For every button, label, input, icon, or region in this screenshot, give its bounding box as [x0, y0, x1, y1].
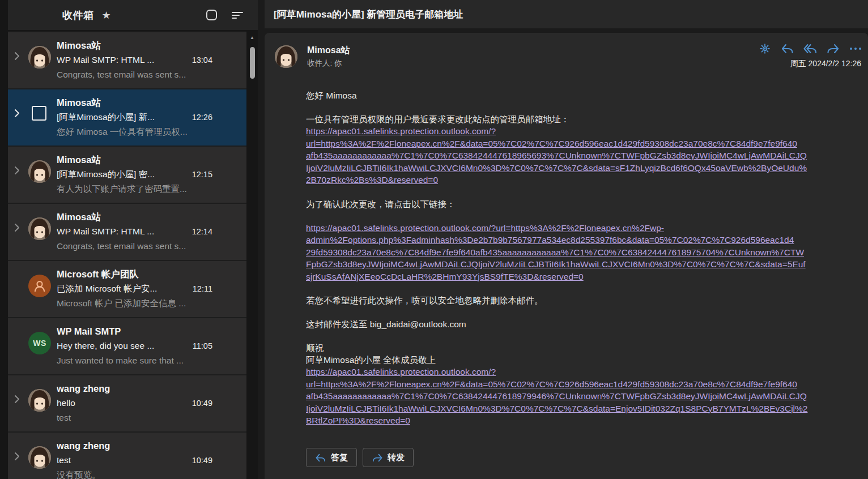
body-greeting: 您好 Mimosa [306, 89, 860, 101]
email-checkbox[interactable] [32, 106, 46, 121]
email-time: 12:15 [192, 170, 212, 179]
message-card: Mimosa站 收件人: 你 周五 2024/2/2 12:26 您好 Mimo… [265, 33, 868, 479]
person-icon [28, 275, 51, 297]
body-request-paragraph: 一位具有管理员权限的用户最近要求更改此站点的管理员邮箱地址： [306, 113, 860, 125]
body-closing-1: 顺祝 [306, 342, 860, 354]
message-actions: 答复 转发 [306, 448, 414, 467]
email-sender: wang zheng [57, 381, 217, 396]
message-subject-bar: [阿草Mimosa的小屋] 新管理员电子邮箱地址 [265, 0, 868, 28]
sender-avatar [28, 46, 51, 69]
email-preview: Just wanted to make sure that ... [57, 353, 217, 368]
email-sender: wang zheng [57, 438, 217, 453]
email-list-item-selected[interactable]: Mimosa站 [阿草Mimosa的小屋] 新... 您好 Mimosa 一位具… [8, 89, 246, 147]
scrollbar-thumb[interactable] [250, 47, 255, 79]
email-subject: [阿草Mimosa的小屋] 新... [57, 110, 190, 125]
email-preview: 没有预览。 [57, 468, 217, 479]
email-list-pane: 收件箱 ★ Mimosa站 WP Mail SMTP: HTML ... Con… [8, 0, 258, 479]
body-ignore-paragraph: 若您不希望进行此次操作，喷可以安全地忽略并删除本邮件。 [306, 294, 860, 306]
reading-pane: [阿草Mimosa的小屋] 新管理员电子邮箱地址 Mimosa站 收件人: 你 … [265, 0, 868, 479]
message-recipient: 收件人: 你 [307, 58, 342, 69]
forward-button[interactable]: 转发 [363, 448, 414, 467]
email-subject: Hey there, did you see ... [57, 339, 190, 353]
email-sender: Mimosa站 [57, 152, 217, 167]
email-subject: [阿草Mimosa的小屋] 密... [57, 167, 190, 182]
sender-avatar [28, 389, 51, 412]
email-list: Mimosa站 WP Mail SMTP: HTML ... Congrats,… [8, 32, 246, 479]
mail-app-window: 收件箱 ★ Mimosa站 WP Mail SMTP: HTML ... Con… [0, 0, 868, 479]
message-sender: Mimosa站 [307, 45, 350, 57]
email-subject: 已添加 Microsoft 帐户安... [57, 281, 190, 296]
email-subject: WP Mail SMTP: HTML ... [57, 224, 190, 239]
email-list-item[interactable]: Mimosa站 [阿草Mimosa的小屋] 密... 有人为以下账户请求了密码重… [8, 147, 246, 204]
light-mode-icon[interactable] [758, 42, 772, 55]
expand-chevron-icon[interactable] [14, 452, 23, 462]
sender-avatar [28, 217, 51, 240]
email-preview: test [57, 410, 217, 425]
body-closing-2: 阿草Mimosa的小屋 全体成员敬上 [306, 354, 860, 366]
inbox-title: 收件箱 [62, 8, 94, 22]
email-time: 12:14 [192, 227, 212, 236]
forward-icon[interactable] [826, 42, 840, 55]
list-scrollbar[interactable]: ▲ [246, 31, 258, 479]
body-sent-to: 这封邮件发送至 big_daidai@outlook.com [306, 318, 860, 330]
reply-all-icon[interactable] [803, 42, 817, 55]
message-subject: [阿草Mimosa的小屋] 新管理员电子邮箱地址 [274, 8, 463, 21]
email-preview: Congrats, test email was sent s... [57, 67, 217, 82]
email-time: 11:05 [193, 341, 212, 350]
email-sender: Mimosa站 [57, 95, 217, 110]
email-time: 12:11 [193, 284, 212, 293]
email-subject: WP Mail SMTP: HTML ... [57, 53, 190, 67]
favorite-star-icon[interactable]: ★ [102, 10, 111, 20]
email-sender: Mimosa站 [57, 38, 217, 53]
email-time: 13:04 [192, 55, 212, 65]
reply-icon[interactable] [780, 42, 794, 55]
scrollbar-up-arrow-icon[interactable]: ▲ [250, 36, 254, 40]
sender-avatar [275, 45, 297, 68]
email-time: 10:49 [192, 399, 212, 408]
expand-chevron-icon[interactable] [14, 395, 23, 405]
expand-chevron-icon[interactable] [14, 109, 23, 119]
reply-button-label: 答复 [331, 452, 348, 463]
email-time: 10:49 [192, 456, 212, 465]
message-toolbar [758, 42, 862, 55]
email-preview: 有人为以下账户请求了密码重置... [57, 182, 217, 196]
email-preview: Congrats, test email was sent s... [57, 239, 217, 254]
email-preview: 您好 Mimosa 一位具有管理员权... [57, 125, 217, 139]
email-list-item[interactable]: WS WP Mail SMTP Hey there, did you see .… [8, 318, 246, 375]
email-list-item[interactable]: Mimosa站 WP Mail SMTP: HTML ... Congrats,… [8, 32, 246, 89]
email-subject: hello [57, 396, 190, 410]
safelink-url-2[interactable]: https://apac01.safelinks.protection.outl… [306, 222, 860, 283]
window-left-edge [0, 0, 8, 479]
email-preview: Microsoft 帐户 已添加安全信息 ... [57, 296, 217, 311]
select-all-icon[interactable] [206, 10, 217, 20]
initials-avatar: WS [28, 332, 51, 354]
email-sender: Microsoft 帐户团队 [57, 267, 217, 281]
filter-icon[interactable] [232, 11, 243, 20]
email-list-item[interactable]: Microsoft 帐户团队 已添加 Microsoft 帐户安... Micr… [8, 261, 246, 318]
safelink-url-1[interactable]: https://apac01.safelinks.protection.outl… [306, 125, 860, 186]
message-body: 您好 Mimosa 一位具有管理员权限的用户最近要求更改此站点的管理员邮箱地址：… [306, 89, 860, 427]
inbox-header: 收件箱 ★ [8, 0, 258, 31]
reply-icon [315, 453, 326, 463]
more-options-icon[interactable] [848, 42, 862, 55]
message-date: 周五 2024/2/2 12:26 [790, 59, 861, 69]
forward-button-label: 转发 [388, 452, 405, 463]
email-list-item[interactable]: wang zheng hello test 10:49 [8, 375, 246, 433]
expand-chevron-icon[interactable] [14, 223, 23, 233]
reply-button[interactable]: 答复 [306, 448, 357, 467]
sender-avatar [28, 446, 51, 469]
expand-chevron-icon[interactable] [14, 52, 23, 62]
email-list-item[interactable]: wang zheng test 没有预览。 10:49 [8, 433, 246, 479]
safelink-url-3[interactable]: https://apac01.safelinks.protection.outl… [306, 366, 860, 427]
email-sender: WP Mail SMTP [57, 324, 217, 339]
email-time: 12:26 [192, 113, 212, 122]
email-sender: Mimosa站 [57, 209, 217, 224]
forward-icon [372, 453, 383, 463]
email-subject: test [57, 453, 190, 468]
sender-avatar [28, 160, 51, 183]
body-confirm-paragraph: 为了确认此次更改，请点击以下链接： [306, 198, 860, 210]
expand-chevron-icon[interactable] [14, 166, 23, 176]
email-list-item[interactable]: Mimosa站 WP Mail SMTP: HTML ... Congrats,… [8, 204, 246, 261]
